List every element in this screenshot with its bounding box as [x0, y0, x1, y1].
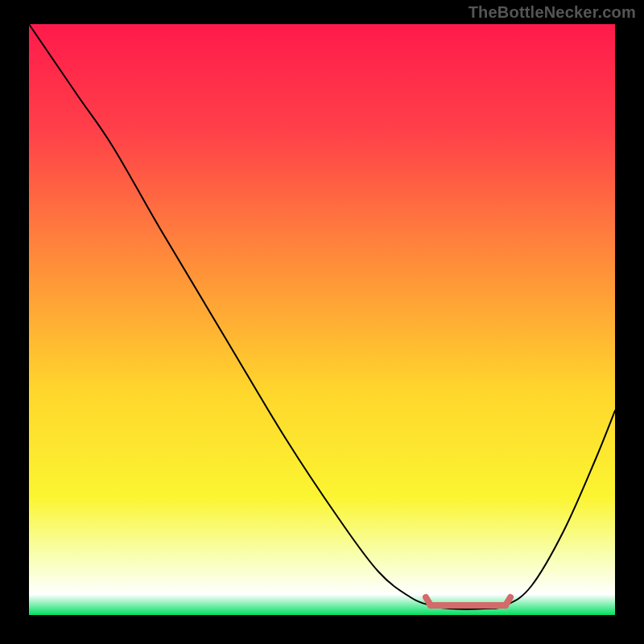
chart-container: TheBottleNecker.com [0, 0, 644, 644]
watermark-text: TheBottleNecker.com [469, 3, 636, 22]
sweet-spot-start [426, 597, 431, 605]
chart-plot-bg [29, 24, 615, 615]
sweet-spot-end [506, 597, 510, 605]
chart-svg [0, 0, 644, 644]
